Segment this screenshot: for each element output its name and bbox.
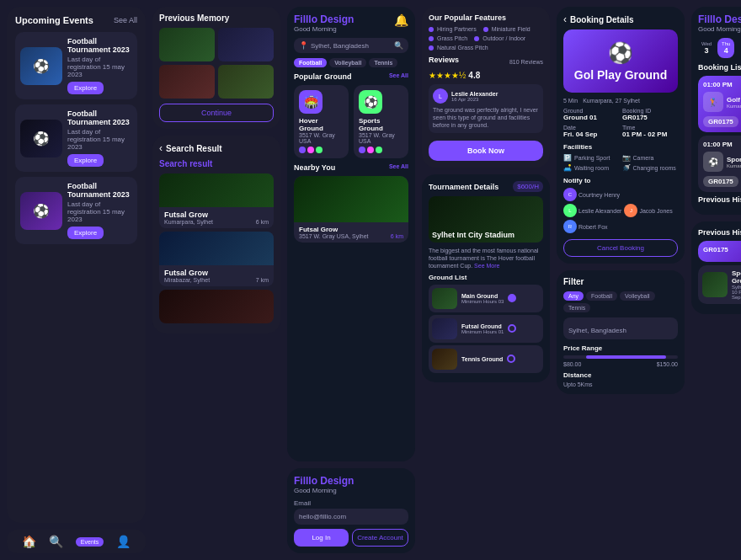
history-card-purple[interactable]: GR0175 (698, 241, 741, 262)
search-item-img-2 (159, 232, 274, 265)
ground-card-sports[interactable]: ⚽ Sports Ground 3517 W. Gray USA (354, 85, 408, 158)
ground-list-info-3: Tennis Ground (461, 356, 503, 362)
filter-tag-volleyball[interactable]: Volleyball (620, 291, 655, 301)
facility-waiting: 🛋️ Waiting room (563, 164, 620, 172)
column-upcoming-events: Upcoming Events See All ⚽ Football Tourn… (7, 7, 146, 553)
cancel-booking-btn[interactable]: Cancel Booking (563, 239, 678, 257)
continue-btn[interactable]: Continue (159, 104, 274, 122)
event-sub-3: Last day of registration 15 may 2023 (67, 200, 132, 223)
ground-list-name-3: Tennis Ground (461, 356, 503, 362)
email-input[interactable]: hello@filllo.com (294, 509, 408, 525)
facility-camera: 📷 Camera (622, 154, 679, 162)
upcoming-see-all[interactable]: See All (114, 16, 137, 24)
cal-day-thu[interactable]: Thu 4 (717, 38, 734, 58)
auth-row: Log In Create Account (294, 529, 408, 547)
history-img-1 (702, 272, 728, 297)
parking-icon: 🅿️ (563, 154, 572, 162)
stadium-desc: The biggest and the most famous national… (429, 247, 543, 269)
facility-waiting-text: Waiting room (574, 165, 609, 171)
book-now-btn[interactable]: Book Now (429, 141, 543, 161)
nearby-info-1: Futsal Grow 3517 W. Gray USA, Sylhet 6 k… (294, 222, 408, 243)
filter-panel: Filter Any Football Volleyball Tennis Sy… (557, 270, 685, 394)
booking-back-icon[interactable]: ‹ (563, 13, 567, 25)
features-panel: Our Popular Features Hiring Partners Min… (422, 7, 550, 168)
info-ground-val: Ground 01 (563, 114, 619, 121)
event-info-1: Football Tournament 2023 Last day of reg… (67, 37, 132, 94)
history-card-1[interactable]: Sports Ground Sylhet 10 PM · Fri, 01 Sep… (698, 265, 741, 304)
prev-history-title-2: Previous History See All (698, 228, 741, 237)
reviewer-row: L Leslie Alexander 16 Apr 2023 (433, 88, 539, 104)
nav-home-icon[interactable]: 🏠 (22, 535, 36, 548)
nav-search-icon[interactable]: 🔍 (49, 535, 63, 548)
search-item-loc-1: Kumarpara, Sylhet 6 km (164, 219, 269, 225)
nav-profile-icon[interactable]: 👤 (116, 535, 131, 548)
create-account-btn[interactable]: Create Account (352, 529, 408, 547)
notify-user-4: R Robert Fox (563, 220, 608, 233)
sport-tag-tennis[interactable]: Tennis (369, 58, 397, 67)
event-card-2: ⚽ Football Tournament 2023 Last day of r… (15, 104, 137, 172)
location-bar[interactable]: 📍 Sylhet, Bangladesh 🔍 (294, 38, 408, 53)
reviews-header: Reviews 810 Reviews (429, 56, 543, 67)
prev-history-label: Previous History (698, 195, 741, 204)
history-info-1: Sports Ground Sylhet 10 PM · Fri, 01 Sep (732, 269, 741, 300)
filllo-booking-greeting: Good Morning (698, 25, 741, 33)
explore-btn-3[interactable]: Explore (67, 227, 104, 239)
column-features-tournament: Our Popular Features Hiring Partners Min… (422, 7, 550, 553)
filllo-main-screen: Filllo Design Good Morning 🔔 📍 Sylhet, B… (287, 7, 415, 461)
nearby-title: Nearby You See All (294, 163, 408, 172)
booking-ground-img-2: ⚽ (703, 152, 723, 172)
ground-list-item-1[interactable]: Main Ground Minimum Hours 03 (429, 285, 543, 312)
filllo-booking-brand: Filllo Design Good Morning (698, 13, 741, 33)
sport-tag-football[interactable]: Football (294, 58, 327, 67)
booking-ground-loc-2: Kumarpara, Sylhet | Ground 01 (727, 163, 741, 168)
filllo-login-screen: Filllo Design Good Morning Email hello@f… (287, 468, 415, 553)
search-item-loc-2: Mirabazar, Sylhet 7 km (164, 277, 269, 283)
filllo-logo: Filllo Design (294, 13, 354, 25)
see-more-link[interactable]: See More (474, 263, 499, 269)
filter-tag-any[interactable]: Any (563, 291, 584, 301)
event-thumb-2: ⚽ (20, 120, 62, 157)
bottom-nav: 🏠 🔍 Events 👤 (7, 530, 146, 553)
explore-btn-2[interactable]: Explore (67, 154, 104, 167)
filter-location[interactable]: Sylhet, Bangladesh (563, 317, 678, 339)
sport-tag-volleyball[interactable]: Volleyball (329, 58, 366, 67)
info-ground-label: Ground (563, 108, 619, 114)
ground-list-item-3[interactable]: Tennis Ground (429, 345, 543, 373)
nearby-see-all[interactable]: See All (389, 163, 408, 169)
ground-meta-row: 5 Min Kumarpara, 27 Sylhet (563, 98, 678, 104)
filter-tag-football[interactable]: Football (586, 291, 617, 301)
cal-day-fri[interactable]: Fri 5 (737, 38, 741, 58)
ground-list-item-2[interactable]: Futsal Ground Minimum Hours 01 (429, 315, 543, 343)
event-thumb-1: ⚽ (20, 47, 62, 85)
price-range-label: Price Range (563, 344, 678, 352)
price-badge: $600/H (513, 181, 543, 192)
nearby-label: Nearby You (294, 163, 335, 172)
nav-events-badge[interactable]: Events (76, 537, 104, 547)
ground-radio-2[interactable] (508, 324, 516, 333)
feature-text-1b: Miniature Field (492, 26, 530, 32)
filllo-booking-header: Filllo Design Good Morning 🔔 (698, 13, 741, 33)
notification-icon[interactable]: 🔔 (394, 13, 408, 27)
reviews-count: 810 Reviews (509, 59, 543, 65)
reviews-title: Reviews (429, 56, 459, 64)
explore-btn-1[interactable]: Explore (67, 82, 104, 94)
popular-see-all[interactable]: See All (389, 72, 408, 78)
ground-radio-1[interactable] (508, 294, 516, 302)
search-item-3[interactable] (159, 290, 274, 323)
ground-radio-3[interactable] (507, 355, 515, 363)
search-panel: ‹ Search Result Search result Futsal Gro… (152, 136, 280, 333)
tournament-header: Tournament Details $600/H (429, 181, 543, 192)
booking-card-1[interactable]: 01:00 PM Fri 04 Sep 🏌️ Golf Ground Kumar… (698, 76, 741, 132)
booking-card-2[interactable]: 01:00 PM Fri 04 Sep ⚽ Sports Ground Kuma… (698, 136, 741, 192)
ground-card-hover[interactable]: 🏟️ Hover Ground 3517 W. Gray USA (294, 85, 349, 158)
search-back-icon[interactable]: ‹ (159, 142, 163, 154)
search-icon-bar[interactable]: 🔍 (394, 41, 403, 50)
login-btn[interactable]: Log In (294, 529, 349, 547)
event-title-3: Football Tournament 2023 (67, 182, 132, 199)
cal-day-wed[interactable]: Wed 3 (698, 38, 715, 58)
search-item-2[interactable]: Futsal Grow Mirabazar, Sylhet 7 km (159, 232, 274, 286)
ground-list-img-2 (432, 318, 457, 339)
filter-tag-tennis[interactable]: Tennis (563, 303, 590, 312)
search-item-1[interactable]: Futsal Grow Kumarpara, Sylhet 6 km (159, 173, 274, 228)
nearby-card-1[interactable]: Futsal Grow 3517 W. Gray USA, Sylhet 6 k… (294, 176, 408, 243)
